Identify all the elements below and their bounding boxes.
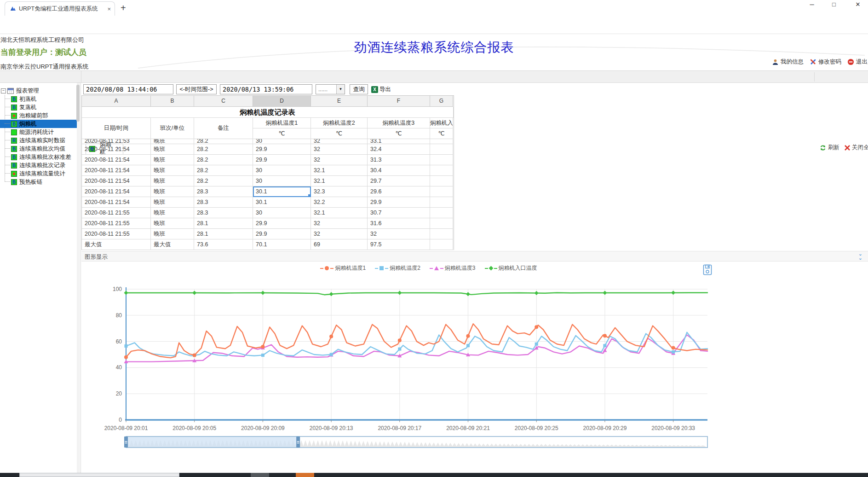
collapse-chevrons-icon[interactable]: ⌄⌄ [858, 252, 862, 260]
table-cell[interactable]: 73.6 [194, 239, 253, 250]
header-temp2[interactable]: 焖粮机温度2 [311, 118, 368, 128]
sidebar-item-2[interactable]: 泡粮罐前部 [0, 111, 77, 120]
legend-item-3[interactable]: 焖粮机入口温度 [485, 264, 537, 272]
taskbar-app-segment[interactable] [251, 473, 269, 477]
header-date[interactable]: 日期/时间 [82, 118, 151, 139]
export-button[interactable]: X 导出 [371, 84, 391, 94]
logout-button[interactable]: 退出系统 [847, 58, 868, 66]
table-cell[interactable]: 2020-08-11 21:54 [82, 176, 151, 186]
table-cell[interactable] [430, 186, 453, 197]
sidebar-item-10[interactable]: B预热板链 [0, 178, 77, 186]
table-cell[interactable]: 最大值 [82, 239, 151, 250]
header-shift[interactable]: 班次/单位 [151, 118, 194, 139]
table-cell[interactable]: 32.1 [311, 165, 368, 176]
table-cell[interactable]: 28.3 [194, 197, 253, 208]
new-tab-button[interactable]: + [121, 3, 126, 13]
datazoom-handle-right[interactable] [296, 436, 300, 448]
close-all-button[interactable]: 关闭全部 [845, 144, 868, 151]
table-cell[interactable] [430, 144, 453, 155]
table-cell[interactable]: 69 [311, 239, 368, 250]
taskbar-app-segment-orange[interactable] [296, 473, 314, 477]
table-cell[interactable]: 晚班 [151, 229, 194, 239]
table-cell[interactable]: 32.1 [311, 208, 368, 218]
table-cell[interactable]: 2020-08-11 21:55 [82, 229, 151, 239]
sidebar-scrollbar[interactable] [77, 83, 80, 473]
table-cell[interactable]: 32.4 [368, 144, 430, 155]
taskbar-search-box[interactable] [19, 473, 179, 477]
table-cell[interactable]: 29.9 [253, 218, 311, 229]
sidebar-scrollbar-thumb[interactable] [76, 85, 80, 122]
my-info-button[interactable]: 我的信息 [772, 58, 804, 66]
table-cell[interactable]: 28.1 [194, 218, 253, 229]
tree-expander-icon[interactable]: − [1, 88, 6, 93]
table-cell[interactable] [430, 139, 453, 144]
sidebar-tree-root[interactable]: −报表管理 [0, 87, 77, 95]
table-cell[interactable]: 32.2 [311, 197, 368, 208]
legend-item-2[interactable]: 焖粮机温度3 [430, 264, 476, 272]
table-cell[interactable]: 32 [311, 218, 368, 229]
table-cell[interactable] [430, 218, 453, 229]
interval-dropdown[interactable]: ...... ▼ [316, 84, 345, 94]
table-cell[interactable]: 29.9 [253, 229, 311, 239]
table-cell[interactable]: 97.5 [368, 239, 430, 250]
chevron-down-icon[interactable]: ▼ [336, 85, 345, 94]
window-close-button[interactable]: ✕ [849, 1, 867, 8]
table-cell[interactable]: 28.3 [194, 208, 253, 218]
sidebar-item-9[interactable]: 连续蒸粮流量统计 [0, 169, 77, 178]
table-cell[interactable] [430, 197, 453, 208]
table-cell[interactable]: 30.4 [368, 165, 430, 176]
datazoom-handle-left[interactable] [124, 436, 128, 448]
table-cell[interactable]: 32.3 [311, 186, 368, 197]
table-cell[interactable]: 30.1 [253, 186, 311, 197]
table-cell[interactable]: 29.7 [368, 176, 430, 186]
table-cell[interactable]: 2020-08-11 21:54 [82, 155, 151, 165]
table-cell[interactable]: 30.7 [368, 208, 430, 218]
table-cell[interactable]: 晚班 [151, 218, 194, 229]
table-cell[interactable]: 30 [253, 139, 311, 144]
end-time-input[interactable] [220, 84, 312, 94]
window-minimize-button[interactable]: ─ [803, 1, 821, 8]
table-cell[interactable]: 晚班 [151, 197, 194, 208]
datazoom-window[interactable] [126, 436, 298, 448]
table-cell[interactable]: 晚班 [151, 144, 194, 155]
table-cell[interactable]: 28.2 [194, 155, 253, 165]
table-cell[interactable]: 29.9 [253, 144, 311, 155]
table-cell[interactable] [430, 208, 453, 218]
header-temp1[interactable]: 焖粮机温度1 [253, 118, 311, 128]
table-cell[interactable]: 32.1 [311, 176, 368, 186]
table-cell[interactable]: 2020-08-11 21:54 [82, 144, 151, 155]
table-cell[interactable]: 2020-08-11 21:55 [82, 218, 151, 229]
table-cell[interactable] [430, 165, 453, 176]
table-cell[interactable]: 31.6 [368, 218, 430, 229]
table-cell[interactable]: 晚班 [151, 186, 194, 197]
table-cell[interactable]: 晚班 [151, 208, 194, 218]
column-letter-E[interactable]: E [311, 96, 368, 107]
table-cell[interactable]: 晚班 [151, 155, 194, 165]
table-cell[interactable]: 31.3 [368, 155, 430, 165]
table-cell[interactable]: 28.1 [194, 229, 253, 239]
sidebar-item-8[interactable]: B连续蒸粮批次记录 [0, 161, 77, 169]
column-letter-A[interactable]: A [82, 96, 151, 107]
table-cell[interactable]: 最大值 [151, 239, 194, 250]
table-cell[interactable]: 2020-08-11 21:53 [82, 139, 151, 144]
header-remark[interactable]: 备注 [194, 118, 253, 139]
table-cell[interactable]: 2020-08-11 21:54 [82, 165, 151, 176]
save-image-icon[interactable] [703, 264, 712, 275]
legend-item-1[interactable]: 焖粮机温度2 [375, 264, 420, 272]
column-letter-B[interactable]: B [151, 96, 194, 107]
table-cell[interactable] [430, 229, 453, 239]
table-cell[interactable] [430, 155, 453, 165]
table-cell[interactable]: 2020-08-11 21:54 [82, 197, 151, 208]
table-cell[interactable]: 32 [368, 229, 430, 239]
table-cell[interactable]: 28.2 [194, 139, 253, 144]
sidebar-item-6[interactable]: B连续蒸粮批次均值 [0, 145, 77, 153]
table-cell[interactable]: 30 [253, 208, 311, 218]
table-cell[interactable] [430, 239, 453, 250]
change-password-button[interactable]: 修改密码 [810, 58, 841, 66]
refresh-button[interactable]: 刷新 [820, 144, 839, 151]
table-cell[interactable]: 30.1 [253, 197, 311, 208]
header-temp3[interactable]: 焖粮机温度3 [368, 118, 430, 128]
table-cell[interactable]: 29.9 [253, 155, 311, 165]
column-letter-C[interactable]: C [194, 96, 253, 107]
sidebar-item-0[interactable]: B初蒸机 [0, 95, 77, 103]
